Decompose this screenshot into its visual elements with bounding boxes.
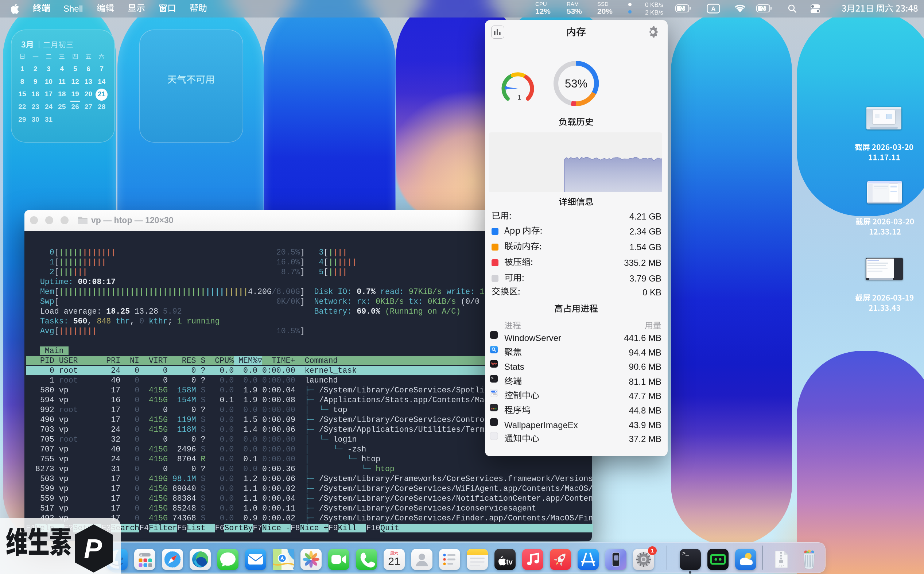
svg-text:53%: 53% (565, 77, 587, 90)
svg-text:ZIP: ZIP (779, 564, 784, 568)
svg-text:tv: tv (506, 558, 513, 566)
svg-text:P: P (84, 533, 102, 564)
svg-text:1: 1 (517, 94, 521, 101)
svg-text:A: A (711, 5, 716, 13)
